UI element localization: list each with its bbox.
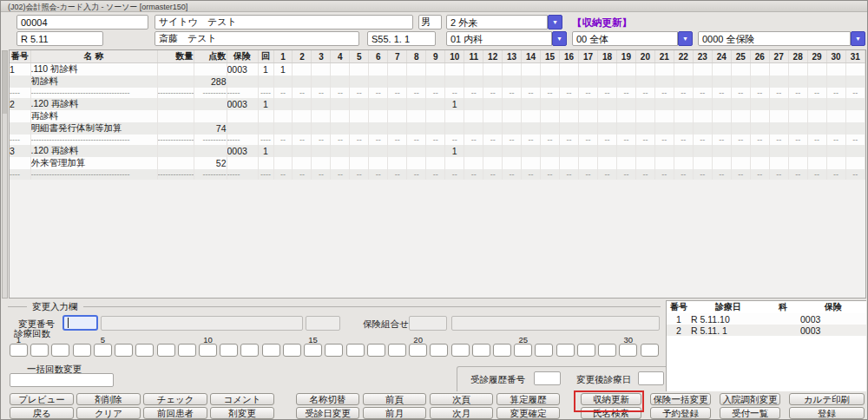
grid-cell[interactable] (845, 63, 865, 76)
grid-cell[interactable] (579, 75, 598, 88)
grid-cell[interactable] (541, 110, 560, 122)
grid-cell[interactable] (157, 122, 194, 135)
visit-count-box-day-3[interactable] (51, 344, 69, 357)
grid-cell[interactable] (157, 75, 194, 88)
grid-cell[interactable] (560, 63, 579, 76)
grid-cell[interactable] (293, 122, 312, 135)
grid-cell[interactable] (522, 63, 541, 76)
grid-cell[interactable] (674, 75, 693, 88)
grid-cell[interactable] (10, 75, 30, 88)
grid-cell[interactable] (674, 63, 693, 76)
grid-cell[interactable] (693, 145, 712, 157)
grid-cell[interactable] (350, 63, 369, 76)
grid-data-row[interactable]: 再診料 (10, 110, 865, 122)
grid-cell[interactable] (426, 110, 445, 122)
grid-cell[interactable] (560, 157, 579, 169)
grid-cell[interactable] (750, 157, 769, 169)
grid-cell[interactable] (560, 122, 579, 135)
grid-cell[interactable] (845, 157, 865, 169)
grid-cell[interactable] (293, 98, 312, 110)
grid-cell[interactable] (750, 145, 769, 157)
grid-cell[interactable] (331, 75, 350, 88)
grid-cell[interactable] (712, 157, 731, 169)
grid-cell[interactable] (845, 145, 865, 157)
grid-data-row[interactable]: 初診料288 (10, 75, 865, 88)
footer-button[interactable]: 次月 (430, 407, 493, 419)
visit-history-row[interactable]: 2R 5.11. 10003 (667, 325, 866, 336)
visit-count-box-day-4[interactable] (73, 344, 91, 357)
footer-button[interactable]: 戻る (10, 407, 74, 419)
grid-cell[interactable] (769, 145, 788, 157)
visit-count-box-day-30[interactable] (619, 344, 637, 357)
patient-kana-name-input[interactable] (155, 15, 413, 30)
grid-cell[interactable] (194, 63, 227, 76)
grid-cell[interactable] (331, 63, 350, 76)
grid-cell[interactable] (845, 75, 865, 88)
visit-count-box-day-26[interactable] (535, 344, 553, 357)
grid-cell[interactable] (522, 75, 541, 88)
grid-cell[interactable] (426, 98, 445, 110)
grid-cell[interactable] (503, 122, 522, 135)
grid-cell[interactable] (597, 63, 616, 76)
grid-cell[interactable] (826, 110, 845, 122)
grid-cell[interactable] (616, 75, 635, 88)
grid-cell[interactable]: 1 (258, 98, 273, 110)
visit-count-box-day-7[interactable] (135, 344, 154, 357)
grid-cell[interactable] (731, 122, 750, 135)
grid-cell[interactable] (579, 110, 598, 122)
grid-cell[interactable] (826, 63, 845, 76)
grid-cell[interactable] (464, 145, 483, 157)
grid-cell[interactable] (388, 110, 407, 122)
grid-cell[interactable] (293, 157, 312, 169)
visit-count-box-day-21[interactable] (430, 344, 448, 357)
grid-cell[interactable] (674, 157, 693, 169)
footer-button[interactable]: 前回患者 (143, 407, 207, 419)
grid-cell[interactable] (674, 98, 693, 110)
grid-cell[interactable] (807, 98, 826, 110)
grid-cell[interactable] (350, 98, 369, 110)
grid-cell[interactable] (407, 122, 426, 135)
grid-cell[interactable]: 再診料 (30, 110, 157, 122)
grid-cell[interactable] (483, 75, 503, 88)
footer-button[interactable]: 変更確定 (496, 407, 560, 419)
grid-cell[interactable] (788, 122, 807, 135)
grid-cell[interactable] (312, 110, 331, 122)
grid-cell[interactable] (616, 122, 635, 135)
grid-cell[interactable] (750, 122, 769, 135)
grid-cell[interactable] (273, 110, 293, 122)
grid-cell[interactable] (350, 122, 369, 135)
grid-cell[interactable]: 0003 (227, 63, 258, 76)
visit-count-box-day-16[interactable] (325, 344, 343, 357)
grid-cell[interactable] (258, 157, 273, 169)
grid-cell[interactable] (731, 157, 750, 169)
footer-button[interactable]: クリア (76, 407, 141, 419)
grid-cell[interactable] (712, 145, 731, 157)
grid-cell[interactable] (712, 110, 731, 122)
footer-button[interactable]: 受付一覧 (720, 407, 780, 419)
grid-cell[interactable] (388, 145, 407, 157)
footer-button[interactable]: 氏名検索 (581, 407, 641, 419)
grid-cell[interactable]: 3 (10, 145, 30, 157)
footer-button[interactable]: コメント (210, 393, 274, 405)
grid-cell[interactable] (312, 157, 331, 169)
grid-cell[interactable] (597, 122, 616, 135)
grid-cell[interactable] (483, 157, 503, 169)
grid-cell[interactable] (693, 63, 712, 76)
footer-button[interactable]: 次頁 (430, 393, 493, 405)
grid-cell[interactable] (464, 110, 483, 122)
grid-cell[interactable] (388, 98, 407, 110)
grid-cell[interactable] (388, 157, 407, 169)
grid-cell[interactable] (731, 75, 750, 88)
visit-history-cell[interactable] (766, 313, 800, 325)
grid-cell[interactable] (388, 63, 407, 76)
grid-cell[interactable] (227, 75, 258, 88)
grid-cell[interactable] (674, 145, 693, 157)
grid-cell[interactable] (560, 75, 579, 88)
grid-cell[interactable] (616, 145, 635, 157)
grid-cell[interactable] (407, 75, 426, 88)
visit-count-box-day-2[interactable] (30, 344, 49, 357)
grid-cell[interactable] (693, 110, 712, 122)
grid-cell[interactable] (560, 145, 579, 157)
visit-count-box-day-15[interactable] (304, 344, 322, 357)
grid-cell[interactable] (826, 157, 845, 169)
